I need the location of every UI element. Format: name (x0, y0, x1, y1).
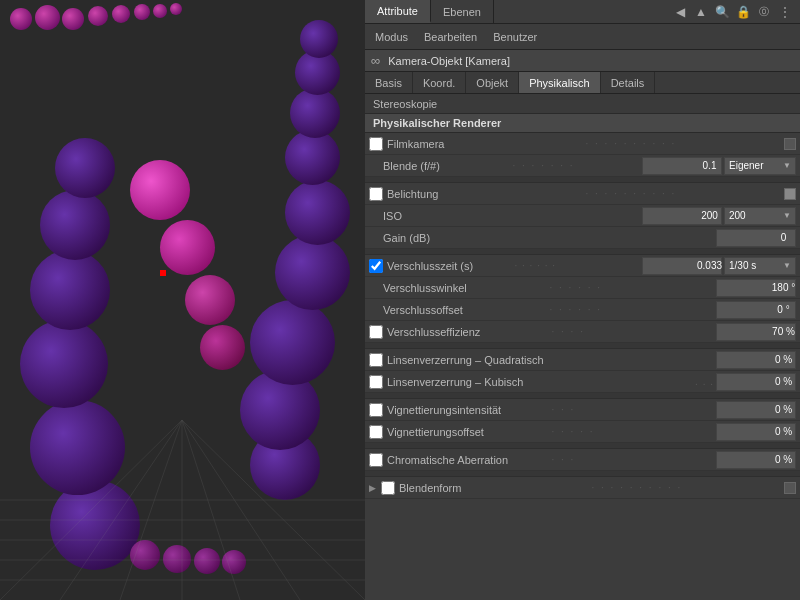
sub-tab-details[interactable]: Details (601, 72, 656, 93)
sphere (170, 3, 182, 15)
linsenverz-kub-input[interactable] (717, 376, 800, 387)
sphere (62, 8, 84, 30)
chromaber-spinbox[interactable]: ▲ ▼ (716, 451, 796, 469)
sub-tab-objekt[interactable]: Objekt (466, 72, 519, 93)
sphere (112, 5, 130, 23)
top-tab-bar: Attribute Ebenen ◀ ▲ 🔍 🔒 ⓪ ⋮ (365, 0, 800, 24)
filmkamera-value-checkbox[interactable] (784, 138, 796, 150)
svg-line-11 (182, 420, 365, 600)
prop-verschlusswinkel[interactable]: Verschlusswinkel · · · · · · ▲ ▼ (365, 277, 800, 299)
iso-dropdown-value: 200 (729, 210, 746, 221)
prop-chromaber[interactable]: Chromatische Aberration · · · ▲ ▼ (365, 449, 800, 471)
blende-dropdown[interactable]: Eigener ▼ (724, 157, 796, 175)
toolbar-modus[interactable]: Modus (371, 29, 412, 45)
prop-linsenverz-quad[interactable]: Linsenverzerrung – Quadratisch ▲ ▼ (365, 349, 800, 371)
verschlusszeit-dropdown-arrow: ▼ (783, 261, 791, 270)
blendenform-arrow[interactable]: ▶ (369, 483, 379, 493)
verschlussoffset-spinbox[interactable]: ▲ ▼ (716, 301, 796, 319)
vigoffset-spinbox[interactable]: ▲ ▼ (716, 423, 796, 441)
prop-verschlussoffset[interactable]: Verschlussoffset · · · · · · ▲ ▼ (365, 299, 800, 321)
verschlusszeit-checkbox[interactable] (369, 259, 383, 273)
prop-vigoffset[interactable]: Vignettierungsoffset · · · · · ▲ ▼ (365, 421, 800, 443)
chromaber-checkbox[interactable] (369, 453, 383, 467)
blendenform-checkbox[interactable] (381, 481, 395, 495)
vigintens-checkbox[interactable] (369, 403, 383, 417)
prop-blende[interactable]: Blende (f/#) · · · · · · · ▲ ▼ Eigener ▼ (365, 155, 800, 177)
stereoskopie-label: Stereoskopie (373, 98, 437, 110)
verschlusseffizienz-input[interactable] (717, 326, 800, 337)
verschlussoffset-input[interactable] (717, 304, 800, 315)
belichtung-dots: · · · · · · · · · · (586, 188, 785, 199)
vigoffset-input[interactable] (717, 426, 800, 437)
iso-dropdown[interactable]: 200 ▼ (724, 207, 796, 225)
stereoskopie-tab[interactable]: Stereoskopie (365, 94, 800, 114)
verschlussoffset-label: Verschlussoffset (383, 304, 550, 316)
sphere (275, 235, 350, 310)
toolbar-bearbeiten[interactable]: Bearbeiten (420, 29, 481, 45)
blende-spinbox[interactable]: ▲ ▼ (642, 157, 722, 175)
vigoffset-checkbox[interactable] (369, 425, 383, 439)
linsenverz-kub-spinbox[interactable]: ▲ ▼ (716, 373, 796, 391)
infinity-icon: ∞ (371, 53, 380, 68)
belichtung-checkbox[interactable] (369, 187, 383, 201)
chromaber-label: Chromatische Aberration (387, 454, 552, 466)
blendenform-dots: · · · · · · · · · · (592, 482, 785, 493)
prop-vigintens[interactable]: Vignettierungsintensität · · · ▲ ▼ (365, 399, 800, 421)
svg-line-7 (120, 420, 182, 600)
tab-ebenen[interactable]: Ebenen (431, 0, 494, 23)
back-icon[interactable]: ◀ (671, 3, 689, 21)
sub-tab-physikalisch[interactable]: Physikalisch (519, 72, 601, 93)
lock-icon[interactable]: 🔒 (734, 3, 752, 21)
vigintens-spinbox[interactable]: ▲ ▼ (716, 401, 796, 419)
attribute-panel: Attribute Ebenen ◀ ▲ 🔍 🔒 ⓪ ⋮ Modus Bearb… (365, 0, 800, 600)
prop-verschlusseffizienz[interactable]: Verschlusseffizienz · · · · ▲ ▼ (365, 321, 800, 343)
verschlussoffset-dots: · · · · · · (550, 304, 717, 315)
sub-tab-koord[interactable]: Koord. (413, 72, 466, 93)
3d-viewport[interactable] (0, 0, 365, 600)
prop-blendenform[interactable]: ▶ Blendenform · · · · · · · · · · (365, 477, 800, 499)
verschlusszeit-dropdown-value: 1/30 s (729, 260, 756, 271)
info-icon[interactable]: ⓪ (755, 3, 773, 21)
linsenverz-kub-checkbox[interactable] (369, 375, 383, 389)
svg-line-5 (0, 420, 182, 600)
linsenverz-kub-dots: . . . (695, 376, 714, 387)
prop-belichtung[interactable]: Belichtung · · · · · · · · · · (365, 183, 800, 205)
gain-input[interactable] (717, 232, 800, 243)
sphere (200, 325, 245, 370)
sub-tab-basis[interactable]: Basis (365, 72, 413, 93)
sphere (10, 8, 32, 30)
gain-spinbox[interactable]: ▲ ▼ (716, 229, 796, 247)
verschlusseffizienz-spinbox[interactable]: ▲ ▼ (716, 323, 796, 341)
prop-gain[interactable]: Gain (dB) ▲ ▼ (365, 227, 800, 249)
belichtung-value-checkbox[interactable] (784, 188, 796, 200)
vigoffset-label: Vignettierungsoffset (387, 426, 552, 438)
iso-label: ISO (383, 210, 513, 222)
properties-area[interactable]: Filmkamera · · · · · · · · · · Blende (f… (365, 133, 800, 600)
blendenform-value-checkbox[interactable] (784, 482, 796, 494)
chromaber-input[interactable] (717, 454, 800, 465)
iso-spinbox[interactable]: ▲ ▼ (642, 207, 722, 225)
linsenverz-quad-checkbox[interactable] (369, 353, 383, 367)
search-icon[interactable]: 🔍 (713, 3, 731, 21)
linsenverz-quad-spinbox[interactable]: ▲ ▼ (716, 351, 796, 369)
sphere (130, 160, 190, 220)
linsenverz-quad-input[interactable] (717, 354, 800, 365)
verschlusswinkel-input[interactable] (717, 282, 800, 293)
prop-iso[interactable]: ISO ▲ ▼ 200 ▼ (365, 205, 800, 227)
vigintens-label: Vignettierungsintensität (387, 404, 552, 416)
tab-attribute[interactable]: Attribute (365, 0, 431, 23)
verschlusseffizienz-checkbox[interactable] (369, 325, 383, 339)
filmkamera-checkbox[interactable] (369, 137, 383, 151)
verschlusswinkel-spinbox[interactable]: ▲ ▼ (716, 279, 796, 297)
sphere (20, 320, 108, 408)
prop-filmkamera[interactable]: Filmkamera · · · · · · · · · · (365, 133, 800, 155)
forward-icon[interactable]: ▲ (692, 3, 710, 21)
verschlusszeit-spinbox[interactable]: ▲ ▼ (642, 257, 722, 275)
prop-linsenverz-kub[interactable]: Linsenverzerrung – Kubisch . . . ▲ ▼ (365, 371, 800, 393)
vigintens-input[interactable] (717, 404, 800, 415)
verschlusszeit-dropdown[interactable]: 1/30 s ▼ (724, 257, 796, 275)
toolbar-benutzer[interactable]: Benutzer (489, 29, 541, 45)
more-icon[interactable]: ⋮ (776, 3, 794, 21)
prop-verschlusszeit[interactable]: Verschlusszeit (s) · · · · · · ▲ ▼ 1/30 … (365, 255, 800, 277)
sphere (55, 138, 115, 198)
